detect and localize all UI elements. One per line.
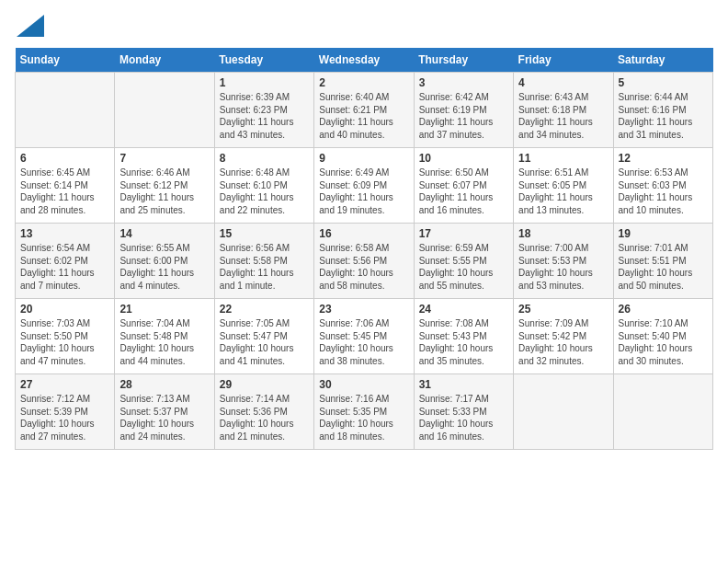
day-detail: Sunrise: 6:55 AMSunset: 6:00 PMDaylight:… [119, 242, 209, 292]
calendar-cell: 27Sunrise: 7:12 AMSunset: 5:39 PMDayligh… [16, 374, 115, 450]
day-detail: Sunrise: 7:03 AMSunset: 5:50 PMDaylight:… [20, 317, 109, 367]
day-detail: Sunrise: 7:08 AMSunset: 5:43 PMDaylight:… [419, 317, 508, 367]
day-detail: Sunrise: 6:49 AMSunset: 6:09 PMDaylight:… [319, 167, 408, 216]
day-detail: Sunrise: 7:13 AMSunset: 5:37 PMDaylight:… [119, 393, 209, 442]
day-detail: Sunrise: 6:50 AMSunset: 6:07 PMDaylight:… [419, 167, 508, 216]
calendar-cell [613, 374, 712, 450]
day-number: 22 [220, 303, 309, 316]
col-header-friday: Friday [514, 48, 613, 73]
day-number: 14 [119, 227, 209, 240]
day-number: 10 [419, 152, 508, 165]
day-number: 19 [619, 227, 708, 240]
calendar-cell: 17Sunrise: 6:59 AMSunset: 5:55 PMDayligh… [414, 224, 513, 299]
col-header-sunday: Sunday [16, 48, 115, 73]
calendar-cell: 6Sunrise: 6:45 AMSunset: 6:14 PMDaylight… [16, 148, 115, 224]
day-detail: Sunrise: 6:56 AMSunset: 5:58 PMDaylight:… [220, 242, 309, 292]
calendar-cell: 10Sunrise: 6:50 AMSunset: 6:07 PMDayligh… [414, 148, 513, 224]
calendar-cell: 14Sunrise: 6:55 AMSunset: 6:00 PMDayligh… [115, 224, 214, 299]
calendar-cell: 4Sunrise: 6:43 AMSunset: 6:18 PMDaylight… [514, 73, 613, 148]
logo [15, 15, 44, 37]
day-number: 18 [518, 227, 608, 240]
day-number: 27 [20, 378, 109, 391]
day-detail: Sunrise: 7:10 AMSunset: 5:40 PMDaylight:… [619, 317, 708, 367]
day-detail: Sunrise: 6:44 AMSunset: 6:16 PMDaylight:… [619, 91, 708, 141]
day-detail: Sunrise: 6:46 AMSunset: 6:12 PMDaylight:… [119, 167, 209, 216]
logo-text [15, 15, 44, 37]
calendar-cell: 9Sunrise: 6:49 AMSunset: 6:09 PMDaylight… [314, 148, 414, 224]
calendar-cell: 24Sunrise: 7:08 AMSunset: 5:43 PMDayligh… [414, 299, 513, 374]
day-number: 17 [419, 227, 508, 240]
day-number: 29 [220, 378, 309, 391]
day-detail: Sunrise: 6:45 AMSunset: 6:14 PMDaylight:… [20, 167, 109, 216]
day-detail: Sunrise: 7:12 AMSunset: 5:39 PMDaylight:… [20, 393, 109, 442]
day-number: 21 [119, 303, 209, 316]
calendar-cell: 12Sunrise: 6:53 AMSunset: 6:03 PMDayligh… [613, 148, 712, 224]
col-header-saturday: Saturday [613, 48, 712, 73]
day-detail: Sunrise: 6:53 AMSunset: 6:03 PMDaylight:… [619, 167, 708, 216]
day-detail: Sunrise: 7:06 AMSunset: 5:45 PMDaylight:… [319, 317, 408, 367]
calendar-cell: 19Sunrise: 7:01 AMSunset: 5:51 PMDayligh… [613, 224, 712, 299]
calendar-cell [514, 374, 613, 450]
calendar-cell: 30Sunrise: 7:16 AMSunset: 5:35 PMDayligh… [314, 374, 414, 450]
day-number: 25 [518, 303, 608, 316]
calendar-cell: 7Sunrise: 6:46 AMSunset: 6:12 PMDaylight… [115, 148, 214, 224]
calendar-cell: 26Sunrise: 7:10 AMSunset: 5:40 PMDayligh… [613, 299, 712, 374]
day-detail: Sunrise: 6:58 AMSunset: 5:56 PMDaylight:… [319, 242, 408, 292]
day-number: 5 [619, 76, 708, 89]
day-number: 26 [619, 303, 708, 316]
day-number: 4 [518, 76, 608, 89]
day-detail: Sunrise: 7:04 AMSunset: 5:48 PMDaylight:… [119, 317, 209, 367]
calendar-cell: 3Sunrise: 6:42 AMSunset: 6:19 PMDaylight… [414, 73, 513, 148]
day-number: 30 [319, 378, 408, 391]
col-header-monday: Monday [115, 48, 214, 73]
day-number: 12 [619, 152, 708, 165]
calendar-cell: 2Sunrise: 6:40 AMSunset: 6:21 PMDaylight… [314, 73, 414, 148]
day-number: 13 [20, 227, 109, 240]
day-number: 15 [220, 227, 309, 240]
day-detail: Sunrise: 7:01 AMSunset: 5:51 PMDaylight:… [619, 242, 708, 292]
col-header-tuesday: Tuesday [214, 48, 313, 73]
page-header [15, 15, 713, 37]
day-number: 7 [119, 152, 209, 165]
calendar-cell: 11Sunrise: 6:51 AMSunset: 6:05 PMDayligh… [514, 148, 613, 224]
calendar-cell: 13Sunrise: 6:54 AMSunset: 6:02 PMDayligh… [16, 224, 115, 299]
day-detail: Sunrise: 7:17 AMSunset: 5:33 PMDaylight:… [419, 393, 508, 442]
day-number: 31 [419, 378, 508, 391]
day-detail: Sunrise: 6:51 AMSunset: 6:05 PMDaylight:… [518, 167, 608, 216]
calendar-cell: 20Sunrise: 7:03 AMSunset: 5:50 PMDayligh… [16, 299, 115, 374]
calendar-cell: 18Sunrise: 7:00 AMSunset: 5:53 PMDayligh… [514, 224, 613, 299]
day-detail: Sunrise: 6:40 AMSunset: 6:21 PMDaylight:… [319, 91, 408, 141]
calendar-table: SundayMondayTuesdayWednesdayThursdayFrid… [15, 48, 713, 450]
day-number: 11 [518, 152, 608, 165]
day-number: 1 [220, 76, 309, 89]
calendar-cell: 21Sunrise: 7:04 AMSunset: 5:48 PMDayligh… [115, 299, 214, 374]
calendar-cell: 28Sunrise: 7:13 AMSunset: 5:37 PMDayligh… [115, 374, 214, 450]
day-detail: Sunrise: 6:43 AMSunset: 6:18 PMDaylight:… [518, 91, 608, 141]
day-number: 16 [319, 227, 408, 240]
calendar-cell: 23Sunrise: 7:06 AMSunset: 5:45 PMDayligh… [314, 299, 414, 374]
col-header-wednesday: Wednesday [314, 48, 414, 73]
calendar-cell: 29Sunrise: 7:14 AMSunset: 5:36 PMDayligh… [214, 374, 313, 450]
day-number: 2 [319, 76, 408, 89]
day-detail: Sunrise: 6:54 AMSunset: 6:02 PMDaylight:… [20, 242, 109, 292]
day-number: 20 [20, 303, 109, 316]
day-number: 23 [319, 303, 408, 316]
day-detail: Sunrise: 7:09 AMSunset: 5:42 PMDaylight:… [518, 317, 608, 367]
calendar-cell: 15Sunrise: 6:56 AMSunset: 5:58 PMDayligh… [214, 224, 313, 299]
day-number: 3 [419, 76, 508, 89]
day-detail: Sunrise: 7:14 AMSunset: 5:36 PMDaylight:… [220, 393, 309, 442]
day-number: 8 [220, 152, 309, 165]
calendar-cell: 22Sunrise: 7:05 AMSunset: 5:47 PMDayligh… [214, 299, 313, 374]
calendar-cell [16, 73, 115, 148]
day-number: 24 [419, 303, 508, 316]
day-detail: Sunrise: 6:39 AMSunset: 6:23 PMDaylight:… [220, 91, 309, 141]
day-detail: Sunrise: 7:16 AMSunset: 5:35 PMDaylight:… [319, 393, 408, 442]
calendar-cell: 25Sunrise: 7:09 AMSunset: 5:42 PMDayligh… [514, 299, 613, 374]
calendar-cell: 16Sunrise: 6:58 AMSunset: 5:56 PMDayligh… [314, 224, 414, 299]
day-detail: Sunrise: 7:05 AMSunset: 5:47 PMDaylight:… [220, 317, 309, 367]
day-detail: Sunrise: 6:59 AMSunset: 5:55 PMDaylight:… [419, 242, 508, 292]
calendar-cell: 31Sunrise: 7:17 AMSunset: 5:33 PMDayligh… [414, 374, 513, 450]
calendar-cell: 8Sunrise: 6:48 AMSunset: 6:10 PMDaylight… [214, 148, 313, 224]
day-number: 28 [119, 378, 209, 391]
calendar-cell [115, 73, 214, 148]
